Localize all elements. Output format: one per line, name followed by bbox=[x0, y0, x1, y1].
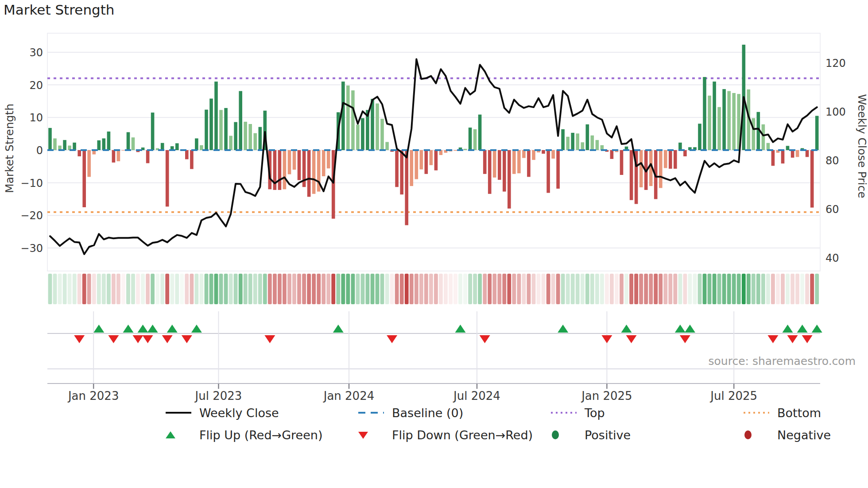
legend-label: Flip Down (Green→Red) bbox=[392, 428, 533, 442]
svg-text:10: 10 bbox=[29, 112, 43, 124]
negative-circle-icon bbox=[743, 430, 771, 440]
purple-dot-icon bbox=[550, 411, 578, 415]
legend-item-top: Top bbox=[550, 404, 743, 422]
svg-text:80: 80 bbox=[825, 155, 839, 167]
flip-down-triangle-icon bbox=[357, 430, 386, 440]
flip-up-triangle-icon bbox=[165, 430, 193, 440]
legend-label: Flip Up (Red→Green) bbox=[199, 428, 323, 442]
market-strength-page: Market Strength Jan 2023Jul 2023Jan 2024… bbox=[0, 0, 868, 488]
blue-dash-icon bbox=[357, 411, 386, 415]
svg-text:40: 40 bbox=[825, 252, 839, 264]
svg-text:Jul 2025: Jul 2025 bbox=[709, 389, 757, 403]
legend-label: Weekly Close bbox=[199, 406, 279, 420]
orange-dot-icon bbox=[743, 411, 771, 415]
legend-label: Baseline (0) bbox=[392, 406, 463, 420]
chart-legend: Weekly Close Baseline (0) Top Bottom Fli… bbox=[165, 404, 868, 444]
svg-text:−30: −30 bbox=[20, 242, 43, 255]
source-credit: source: sharemaestro.com bbox=[709, 355, 856, 368]
legend-label: Positive bbox=[585, 428, 631, 442]
svg-text:120: 120 bbox=[825, 57, 846, 70]
svg-text:100: 100 bbox=[825, 106, 846, 118]
legend-label: Bottom bbox=[777, 406, 821, 420]
black-line-icon bbox=[165, 411, 193, 415]
svg-text:−20: −20 bbox=[20, 209, 43, 222]
svg-text:30: 30 bbox=[29, 46, 43, 59]
svg-text:Jan 2023: Jan 2023 bbox=[67, 389, 119, 403]
legend-label: Top bbox=[585, 406, 605, 420]
legend-item-flip-up: Flip Up (Red→Green) bbox=[165, 426, 357, 444]
svg-text:Market Strength: Market Strength bbox=[3, 104, 16, 193]
svg-text:20: 20 bbox=[29, 79, 43, 92]
svg-text:Jan 2025: Jan 2025 bbox=[581, 389, 632, 403]
legend-item-bottom: Bottom bbox=[743, 404, 868, 422]
legend-label: Negative bbox=[777, 428, 831, 442]
svg-text:−10: −10 bbox=[20, 177, 43, 190]
svg-text:Jul 2024: Jul 2024 bbox=[453, 389, 500, 403]
legend-item-flip-down: Flip Down (Green→Red) bbox=[357, 426, 550, 444]
legend-item-negative: Negative bbox=[743, 426, 868, 444]
svg-text:60: 60 bbox=[825, 203, 839, 216]
positive-circle-icon bbox=[550, 430, 578, 440]
svg-text:0: 0 bbox=[36, 144, 43, 157]
legend-item-weekly-close: Weekly Close bbox=[165, 404, 357, 422]
svg-text:Jul 2023: Jul 2023 bbox=[194, 389, 242, 403]
svg-text:Jan 2024: Jan 2024 bbox=[323, 389, 375, 403]
legend-item-baseline: Baseline (0) bbox=[357, 404, 550, 422]
svg-text:Weekly Close Price: Weekly Close Price bbox=[856, 94, 868, 198]
legend-item-positive: Positive bbox=[550, 426, 743, 444]
